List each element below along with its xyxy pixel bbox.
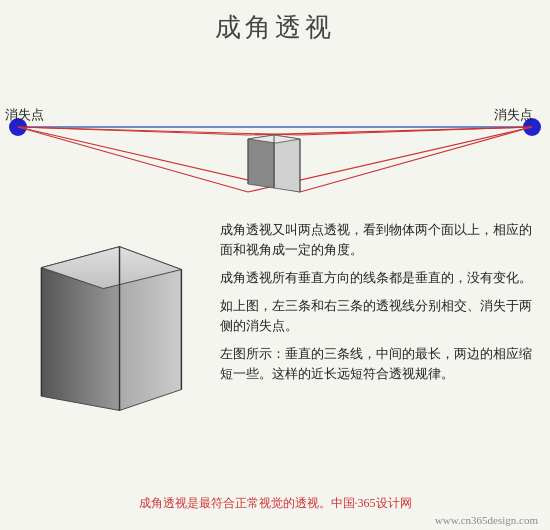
page-title: 成角透视	[0, 0, 550, 45]
svg-line-6	[18, 127, 248, 192]
footer-text: 成角透视是最符合正常视觉的透视。中国·365设计网	[0, 495, 550, 512]
svg-marker-12	[248, 135, 274, 188]
svg-line-9	[300, 127, 532, 135]
vp-left-label: 消失点	[5, 107, 44, 122]
top-perspective-diagram: 消失点 消失点	[0, 47, 550, 212]
svg-marker-11	[274, 135, 300, 192]
footer-sub: www.cn365design.com	[435, 514, 538, 526]
svg-line-5	[18, 127, 248, 135]
para-4: 左图所示：垂直的三条线，中间的最长，两边的相应缩短一些。这样的近长远短符合透视规…	[220, 344, 540, 384]
para-1: 成角透视又叫两点透视，看到物体两个面以上，相应的面和视角成一定的角度。	[220, 220, 540, 260]
svg-line-10	[300, 127, 532, 192]
cube-diagram	[10, 220, 210, 420]
para-3: 如上图，左三条和右三条的透视线分别相交、消失于两侧的消失点。	[220, 296, 540, 336]
bottom-section: 成角透视又叫两点透视，看到物体两个面以上，相应的面和视角成一定的角度。 成角透视…	[0, 212, 550, 420]
para-2: 成角透视所有垂直方向的线条都是垂直的，没有变化。	[220, 268, 540, 288]
vp-right-label: 消失点	[494, 107, 533, 122]
text-content: 成角透视又叫两点透视，看到物体两个面以上，相应的面和视角成一定的角度。 成角透视…	[220, 220, 540, 420]
